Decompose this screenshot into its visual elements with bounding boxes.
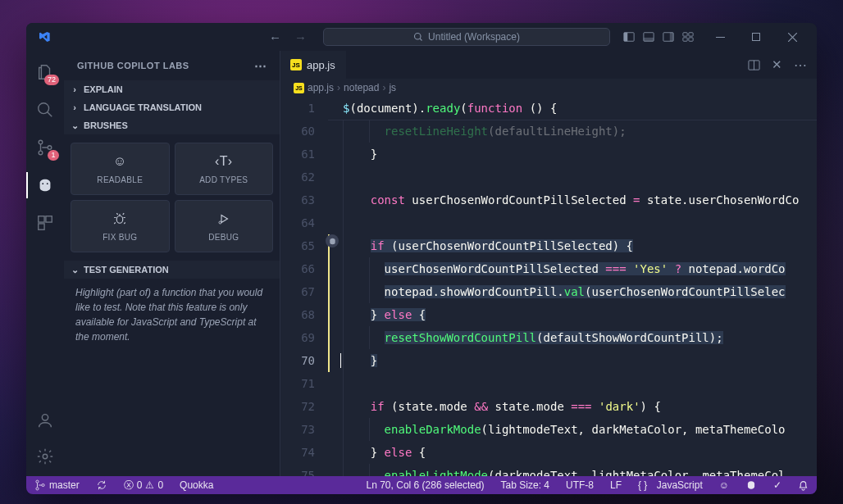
code-line[interactable] (328, 372, 817, 395)
section-testgen[interactable]: ⌄TEST GENERATION (64, 261, 280, 279)
svg-point-29 (36, 488, 39, 490)
section-explain[interactable]: ›EXPLAIN (64, 80, 280, 98)
svg-point-16 (39, 140, 43, 144)
brush-fixbug[interactable]: FIX BUG (71, 200, 170, 252)
svg-point-0 (415, 34, 422, 40)
svg-point-18 (48, 146, 52, 150)
sb-language[interactable]: { } JavaScript (635, 479, 706, 491)
scm-badge: 1 (48, 150, 59, 161)
sb-problems[interactable]: ⓧ0 ⚠0 (121, 479, 166, 493)
sb-encoding[interactable]: UTF-8 (563, 479, 597, 491)
brushes-grid: ☺ READABLE ‹T› ADD TYPES FIX BUG (64, 134, 280, 261)
sidebar-title-text: GITHUB COPILOT LABS (77, 61, 189, 70)
js-file-icon: JS (290, 59, 302, 70)
activity-extensions[interactable] (26, 207, 64, 239)
sidebar: GITHUB COPILOT LABS ⋯ ›EXPLAIN ›LANGUAGE… (64, 51, 280, 476)
sb-eol[interactable]: LF (607, 479, 625, 491)
titlebar-nav: ← → (269, 30, 307, 44)
section-translation[interactable]: ›LANGUAGE TRANSLATION (64, 98, 280, 116)
copilot-inline-icon[interactable] (326, 234, 339, 247)
code-line[interactable]: resetShowWordCountPill(defaultShowWordCo… (328, 326, 817, 349)
chevron-right-icon: › (69, 84, 80, 94)
editor-tabs: JS app.js ✕ ⋯ (280, 51, 817, 79)
sb-quokka[interactable]: Quokka (176, 479, 216, 491)
section-brushes[interactable]: ⌄BRUSHES (64, 116, 280, 134)
code-line[interactable] (328, 211, 817, 234)
activity-account[interactable] (26, 404, 64, 437)
search-icon (413, 32, 423, 42)
vscode-window: ← → Untitled (Workspace) 72 (26, 23, 817, 494)
breadcrumb[interactable]: JS app.js › notepad › js (280, 79, 817, 97)
svg-rect-11 (689, 38, 693, 41)
svg-rect-10 (683, 38, 687, 41)
sidebar-more-icon[interactable]: ⋯ (254, 58, 267, 73)
layout-sidebar-right-icon[interactable] (663, 31, 674, 43)
workspace-title: Untitled (Workspace) (428, 31, 520, 43)
code-line[interactable]: } else { (328, 441, 817, 464)
split-editor-icon[interactable] (748, 59, 760, 71)
sb-prettier-icon[interactable]: ✓ (770, 479, 785, 491)
statusbar: master ⓧ0 ⚠0 Quokka Ln 70, Col 6 (286 se… (26, 476, 817, 494)
brush-debug[interactable]: DEBUG (175, 200, 274, 252)
activity-scm[interactable]: 1 (26, 131, 64, 164)
vscode-logo-icon (38, 30, 51, 43)
sb-copilot-icon[interactable] (742, 479, 760, 491)
brush-readable[interactable]: ☺ READABLE (71, 143, 170, 195)
activity-bar: 72 1 (26, 51, 64, 476)
tab-close-icon[interactable]: ✕ (772, 57, 782, 72)
window-close-button[interactable] (774, 25, 810, 49)
code-area[interactable]: $(document).ready(function () { resetLin… (328, 97, 817, 476)
window-maximize-button[interactable] (738, 25, 774, 49)
activity-copilot-labs[interactable] (26, 169, 64, 202)
code-editor[interactable]: 1 60 61 62 63 64 65 66 67 68 69 70 71 72… (280, 97, 817, 476)
nav-forward-icon[interactable]: → (294, 30, 307, 44)
tab-app-js[interactable]: JS app.js (280, 51, 346, 79)
svg-point-28 (36, 480, 39, 483)
svg-point-30 (42, 484, 44, 486)
explorer-badge: 72 (44, 75, 59, 85)
sb-cursor[interactable]: Ln 70, Col 6 (286 selected) (363, 479, 488, 491)
code-line[interactable]: enableLightMode(darkmodeText, lightMetaC… (328, 464, 817, 476)
svg-rect-20 (46, 216, 52, 222)
activity-search[interactable] (26, 93, 64, 126)
activity-explorer[interactable]: 72 (26, 56, 64, 89)
code-line[interactable]: const userChosenWordCountPillSelected = … (328, 188, 817, 211)
titlebar: ← → Untitled (Workspace) (26, 23, 817, 51)
svg-rect-12 (716, 37, 725, 38)
tab-more-icon[interactable]: ⋯ (794, 57, 807, 73)
svg-point-23 (43, 454, 48, 459)
sidebar-title: GITHUB COPILOT LABS ⋯ (64, 51, 280, 80)
window-minimize-button[interactable] (702, 25, 738, 49)
svg-line-1 (420, 39, 422, 40)
code-line[interactable]: resetLineHeight(defaultLineHeight); (328, 120, 817, 143)
activity-settings[interactable] (26, 440, 64, 473)
code-line[interactable]: if (state.mode && state.mode === 'dark')… (328, 395, 817, 418)
sticky-scroll-line[interactable]: $(document).ready(function () { (328, 97, 817, 120)
sb-notifications-icon[interactable] (795, 480, 812, 491)
code-line[interactable]: enableDarkMode(lightmodeText, darkMetaCo… (328, 418, 817, 441)
command-center[interactable]: Untitled (Workspace) (323, 28, 610, 46)
code-line[interactable]: userChosenWordCountPillSelected === 'Yes… (328, 257, 817, 280)
layout-panel-icon[interactable] (643, 31, 654, 43)
chevron-down-icon: ⌄ (69, 265, 80, 275)
svg-rect-13 (753, 34, 760, 41)
sb-tabsize[interactable]: Tab Size: 4 (498, 479, 553, 491)
svg-rect-8 (683, 33, 687, 36)
chevron-right-icon: › (69, 102, 80, 112)
svg-point-17 (39, 151, 43, 155)
sb-sync[interactable] (93, 479, 111, 491)
code-line[interactable]: notepad.showWordCountPill.val(userChosen… (328, 280, 817, 303)
code-line[interactable]: } (328, 349, 817, 372)
sb-feedback-icon[interactable]: ☺ (716, 479, 732, 491)
code-line[interactable]: } (328, 143, 817, 166)
code-line[interactable]: if (userChosenWordCountPillSelected) { (328, 234, 817, 257)
nav-back-icon[interactable]: ← (269, 30, 281, 44)
brush-addtypes[interactable]: ‹T› ADD TYPES (175, 143, 274, 195)
sb-branch[interactable]: master (31, 479, 83, 491)
code-line[interactable] (328, 166, 817, 188)
chevron-down-icon: ⌄ (69, 120, 80, 131)
layout-sidebar-left-icon[interactable] (623, 31, 635, 43)
layout-customize-icon[interactable] (682, 31, 694, 43)
code-line[interactable]: } else { (328, 303, 817, 326)
bug-icon (112, 211, 127, 226)
